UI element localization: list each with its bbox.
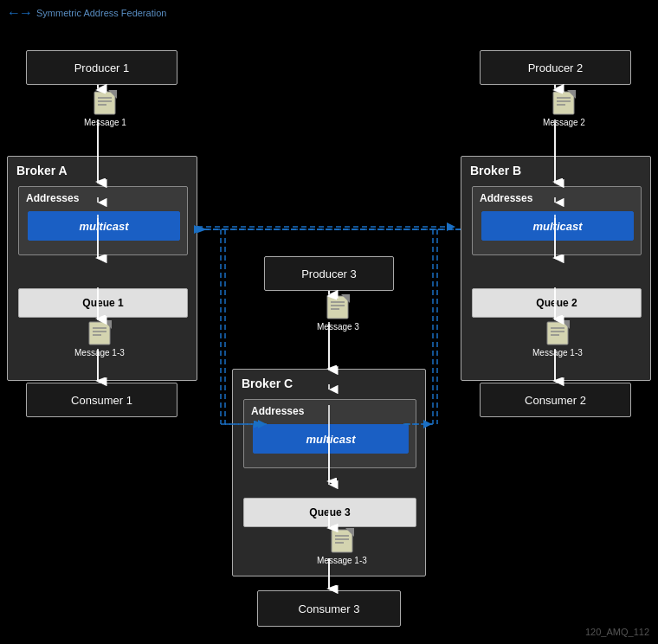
- queue-1: Queue 1: [18, 288, 188, 318]
- message-3-icon: Message 3: [317, 294, 359, 332]
- consumer-2: Consumer 2: [480, 383, 631, 417]
- message-1-3-a-icon: Message 1-3: [74, 320, 125, 357]
- queue-2: Queue 2: [472, 288, 642, 318]
- svg-rect-10: [89, 322, 110, 345]
- message-1-3-c-icon: Message 1-3: [317, 528, 367, 565]
- multicast-c: multicast: [253, 424, 409, 454]
- multicast-b: multicast: [481, 211, 634, 241]
- message-2-icon: Message 2: [543, 90, 585, 127]
- top-label: ←→ Symmetric Address Federation: [7, 5, 166, 21]
- multicast-a: multicast: [28, 211, 180, 241]
- addresses-panel-c: Addresses multicast: [243, 399, 416, 468]
- consumer-1: Consumer 1: [26, 383, 177, 417]
- message-1-3-b-icon: Message 1-3: [532, 320, 583, 357]
- svg-rect-20: [327, 296, 348, 319]
- svg-rect-5: [553, 92, 574, 114]
- addresses-panel-b: Addresses multicast: [472, 186, 642, 255]
- svg-rect-25: [332, 530, 352, 552]
- consumer-3: Consumer 3: [257, 590, 401, 627]
- addresses-panel-a: Addresses multicast: [18, 186, 188, 255]
- queue-3: Queue 3: [243, 498, 416, 527]
- diagram: ←→ Symmetric Address Federation Producer…: [0, 0, 658, 644]
- producer-2: Producer 2: [480, 50, 631, 85]
- producer-3: Producer 3: [264, 256, 394, 291]
- svg-rect-0: [94, 92, 115, 114]
- watermark: 120_AMQ_112: [585, 627, 649, 637]
- svg-rect-15: [547, 322, 568, 345]
- top-label-text: Symmetric Address Federation: [36, 8, 166, 18]
- producer-1: Producer 1: [26, 50, 177, 85]
- message-1-icon: Message 1: [84, 90, 126, 127]
- federation-arrow-icon: ←→: [7, 5, 31, 21]
